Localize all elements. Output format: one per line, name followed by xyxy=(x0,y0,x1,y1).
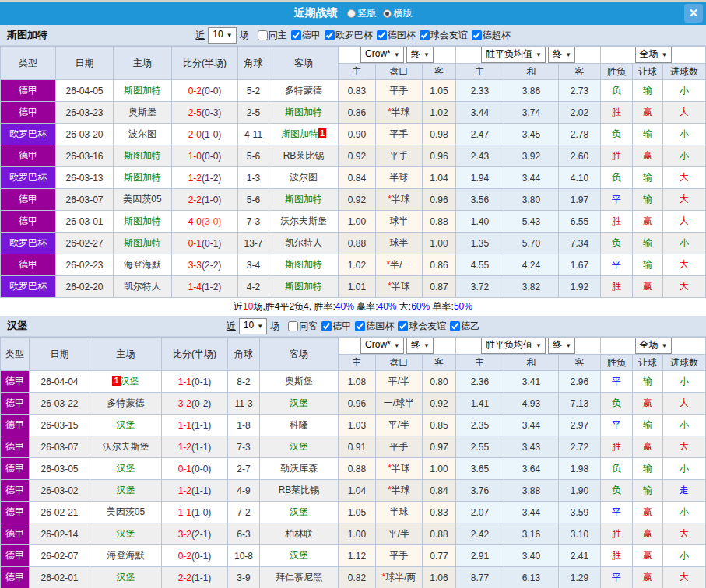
date-cell: 26-02-23 xyxy=(56,254,114,276)
away-team-name: 斯图加特 xyxy=(281,128,318,139)
halftime-score: (1-1) xyxy=(191,420,211,431)
result-wdl-cell: 平 xyxy=(601,254,633,276)
same-venue-checkbox[interactable] xyxy=(288,321,298,331)
match-row: 德甲26-02-14汉堡3-2(2-1)6-3柏林联1.00平/半0.882.4… xyxy=(1,523,706,545)
result-wdl-cell: 胜 xyxy=(601,145,633,167)
away-team-name: 汉堡 xyxy=(290,550,308,561)
home-team-name: 汉堡 xyxy=(117,463,135,474)
home-team-name: 汉堡 xyxy=(117,528,135,539)
handicap-text: 半球 xyxy=(392,485,410,495)
corners-cell: 1-3 xyxy=(238,167,269,189)
odds-stage-select[interactable]: 终▼ xyxy=(406,338,434,354)
match-row: 德甲26-04-05斯图加特0-2(0-0)5-2多特蒙德0.83平手1.052… xyxy=(1,80,706,102)
odds-company-select[interactable]: Crow*▼ xyxy=(360,338,404,354)
score-cell: 0-2(0-0) xyxy=(172,80,238,102)
handicap-text: 半球 xyxy=(390,172,409,183)
avg-odds-select[interactable]: 胜平负均值▼ xyxy=(481,338,546,354)
result-goals-cell: 小 xyxy=(663,458,706,480)
select-value: Crow* xyxy=(365,48,391,59)
matches-count-select[interactable]: 10▼ xyxy=(208,27,236,44)
matches-count-select[interactable]: 10▼ xyxy=(239,318,267,334)
odds-company-dropdown-cell: Crow*▼ 终▼ xyxy=(339,338,456,355)
league-checkbox[interactable] xyxy=(355,321,365,331)
odds-home-cell: 1.00 xyxy=(339,523,376,545)
corners-cell: 4-2 xyxy=(238,276,269,298)
avg-draw-cell: 3.41 xyxy=(504,371,559,393)
radio-horizontal-layout[interactable] xyxy=(383,9,392,18)
score-cell: 2-2(1-1) xyxy=(162,567,228,588)
home-team-cell: 美因茨05 xyxy=(90,502,162,523)
result-wdl-cell: 负 xyxy=(601,393,633,415)
avg-draw-cell: 3.44 xyxy=(504,167,559,189)
radio-horizontal-label[interactable]: 横版 xyxy=(394,7,413,20)
score-cell: 1-2(1-1) xyxy=(162,436,228,458)
home-team-name: 沃尔夫斯堡 xyxy=(103,441,149,452)
matches-table-hamburg: 类型日期主场比分(半场)角球客场Crow*▼ 终▼胜平负均值▼ 终▼全场▼主盘口… xyxy=(0,337,706,588)
result-handicap-cell: 输 xyxy=(633,167,663,189)
handicap-text: 平/半 xyxy=(388,419,409,430)
league-checkbox[interactable] xyxy=(420,30,430,40)
same-venue-checkbox[interactable] xyxy=(258,30,268,40)
league-checkbox[interactable] xyxy=(377,30,387,40)
score-cell: 3-2(2-1) xyxy=(162,523,228,545)
match-row: 德甲26-03-15汉堡1-1(1-1)1-8科隆1.03平/半0.852.35… xyxy=(1,415,706,436)
league-checkbox[interactable] xyxy=(398,321,408,331)
handicap-cell: 平手 xyxy=(376,80,423,102)
odds-away-cell: 0.88 xyxy=(423,523,456,545)
result-scope-select[interactable]: 全场▼ xyxy=(635,338,672,354)
league-checkbox[interactable] xyxy=(450,321,460,331)
league-checkbox[interactable] xyxy=(472,30,482,40)
league-cell: 德甲 xyxy=(1,567,30,588)
match-row: 欧罗巴杯26-02-27斯图加特0-1(0-1)13-7凯尔特人0.88球半1.… xyxy=(1,233,706,254)
result-wdl-cell: 平 xyxy=(601,502,633,523)
league-checkbox[interactable] xyxy=(321,321,332,331)
chevron-down-icon: ▼ xyxy=(257,323,263,330)
halftime-score: (0-1) xyxy=(202,238,221,249)
away-team-cell: 斯图加特 xyxy=(269,276,339,298)
odds-home-cell: 0.84 xyxy=(339,167,376,189)
avg-odds-select[interactable]: 胜平负均值▼ xyxy=(481,47,546,63)
handicap-text: 球半 xyxy=(390,215,409,226)
score-cell: 0-1(0-0) xyxy=(162,458,228,480)
score-cell: 1-0(0-0) xyxy=(172,145,238,167)
chevron-down-icon: ▼ xyxy=(565,51,571,58)
league-checkbox[interactable] xyxy=(291,30,301,40)
radio-vertical-label[interactable]: 竖版 xyxy=(358,7,377,20)
league-cell: 德甲 xyxy=(1,415,30,436)
away-team-cell: 拜仁慕尼黑 xyxy=(260,567,339,588)
odds-away-cell: 0.96 xyxy=(423,189,456,211)
avg-home-cell: 8.77 xyxy=(456,567,504,588)
close-button[interactable]: ✕ xyxy=(684,4,703,23)
date-cell: 26-03-15 xyxy=(30,415,90,436)
odds-company-select[interactable]: Crow*▼ xyxy=(360,47,404,63)
halftime-score: (1-2) xyxy=(202,282,221,292)
result-goals-cell: 小 xyxy=(663,124,706,145)
halftime-score: (0-0) xyxy=(202,86,221,96)
handicap-text: 平手 xyxy=(390,441,409,452)
avg-stage-select[interactable]: 终▼ xyxy=(548,338,575,354)
avg-draw-cell: 3.64 xyxy=(504,458,559,480)
avg-away-cell: 2.78 xyxy=(559,124,601,145)
column-header-score: 比分(半场) xyxy=(162,338,228,371)
fulltime-score: 2-0 xyxy=(188,129,202,140)
result-scope-select[interactable]: 全场▼ xyxy=(635,47,672,63)
date-cell: 26-03-13 xyxy=(56,167,114,189)
corners-cell: 7-3 xyxy=(238,211,269,233)
odds-away-cell: 1.05 xyxy=(423,80,456,102)
match-row: 德甲26-03-05汉堡0-1(0-0)2-7勒沃库森0.88*半球1.003.… xyxy=(1,458,706,480)
result-wdl-cell: 平 xyxy=(601,567,633,588)
score-cell: 1-2(1-1) xyxy=(162,480,228,502)
result-wdl-cell: 负 xyxy=(601,480,633,502)
date-cell: 26-02-20 xyxy=(56,276,114,298)
avg-stage-select[interactable]: 终▼ xyxy=(548,47,575,63)
halftime-score: (1-0) xyxy=(202,194,221,205)
odds-away-cell: 0.97 xyxy=(423,436,456,458)
handicap-cell: *半球 xyxy=(376,458,423,480)
avg-away-cell: 7.13 xyxy=(559,393,601,415)
odds-away-cell: 0.77 xyxy=(423,545,456,567)
avg-draw-cell: 5.43 xyxy=(504,211,559,233)
column-header-home: 主场 xyxy=(90,338,162,371)
radio-vertical-layout[interactable] xyxy=(347,9,356,18)
league-checkbox[interactable] xyxy=(325,30,335,40)
odds-stage-select[interactable]: 终▼ xyxy=(406,47,434,63)
